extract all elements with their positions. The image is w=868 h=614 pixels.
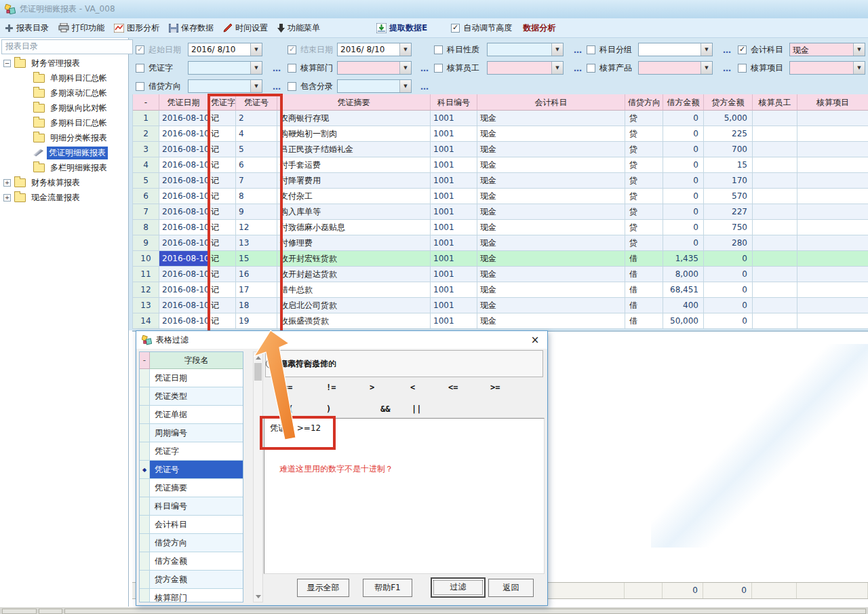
extract-data-button[interactable]: 提取数据E: [376, 22, 427, 34]
data-analysis-button[interactable]: 数据分析: [523, 22, 555, 34]
dropdown-arrow-icon[interactable]: ▼: [399, 80, 411, 92]
filter-mode-radio[interactable]: 脚本控制过滤: [266, 358, 328, 370]
more-button[interactable]: …: [723, 45, 732, 56]
column-header[interactable]: 会计科目: [477, 94, 625, 111]
more-button[interactable]: …: [574, 45, 583, 56]
field-list-item[interactable]: ◆ 凭证单据: [140, 406, 243, 424]
field-list-item[interactable]: ◆ 凭证日期: [140, 369, 243, 387]
tree-item-label[interactable]: 财务管理报表: [29, 57, 82, 70]
scrollbar-thumb[interactable]: [254, 363, 262, 381]
field-name[interactable]: 凭证号: [150, 461, 243, 478]
field-name[interactable]: 凭证字: [150, 442, 243, 460]
field-name[interactable]: 凭证摘要: [150, 479, 243, 497]
product-combo[interactable]: ▼: [638, 61, 713, 75]
column-header[interactable]: -: [133, 94, 159, 111]
voucher-word-combo[interactable]: ▼: [188, 61, 262, 75]
include-entries-checkbox[interactable]: ✓: [288, 82, 296, 91]
scroll-down-icon[interactable]: [254, 592, 262, 601]
direction-checkbox[interactable]: ✓: [136, 82, 144, 91]
dropdown-arrow-icon[interactable]: ▼: [250, 43, 262, 56]
operator-button[interactable]: (: [288, 404, 293, 414]
field-list-scrollbar[interactable]: [253, 351, 263, 602]
radio-icon[interactable]: [266, 359, 275, 368]
column-header[interactable]: 借贷方向: [625, 94, 663, 111]
department-checkbox[interactable]: ✓: [288, 64, 296, 73]
column-header[interactable]: 核算员工: [753, 94, 797, 111]
start-date-checkbox[interactable]: ✓: [136, 45, 144, 54]
field-name[interactable]: 借贷方向: [150, 534, 243, 552]
dropdown-arrow-icon[interactable]: ▼: [399, 62, 411, 74]
auto-height-toggle[interactable]: ✓ 自动调节高度: [451, 22, 512, 34]
report-directory-button[interactable]: 报表目录: [5, 22, 49, 34]
operator-button[interactable]: !=: [326, 383, 336, 392]
scroll-up-icon[interactable]: [254, 353, 262, 362]
dropdown-arrow-icon[interactable]: ▼: [701, 62, 712, 74]
tree-item[interactable]: 多期科目汇总帐: [0, 115, 128, 130]
staff-checkbox[interactable]: ✓: [434, 64, 443, 73]
field-name[interactable]: 借方金额: [150, 552, 243, 570]
field-list-item[interactable]: ◆ 周期编号: [140, 424, 243, 442]
field-name[interactable]: 核算部门: [150, 589, 243, 602]
column-header[interactable]: 借方金额: [663, 94, 704, 111]
subject-group-combo[interactable]: ▼: [638, 43, 713, 56]
more-button[interactable]: …: [574, 64, 583, 75]
field-list-item[interactable]: ◆ 贷方金额: [140, 571, 243, 589]
dialog-button[interactable]: 帮助F1: [363, 579, 412, 597]
column-header[interactable]: 核算项目: [797, 94, 868, 111]
tree-item[interactable]: 明细分类帐报表: [0, 130, 128, 145]
print-button[interactable]: 打印功能: [58, 22, 104, 34]
field-list-item[interactable]: ◆ 核算部门: [140, 589, 243, 602]
field-list-item[interactable]: ◆ 凭证摘要: [140, 479, 243, 497]
operator-button[interactable]: ||: [412, 404, 421, 414]
tree-item-label[interactable]: 多期纵向比对帐: [48, 102, 109, 115]
dropdown-arrow-icon[interactable]: ▼: [551, 43, 563, 56]
dropdown-arrow-icon[interactable]: ▼: [250, 80, 262, 92]
dialog-button[interactable]: 显示全部: [297, 579, 349, 597]
tree-item[interactable]: 凭证明细账报表: [0, 145, 128, 160]
radio-label[interactable]: 脚本控制过滤: [279, 358, 328, 370]
field-name[interactable]: 凭证单据: [150, 406, 243, 423]
dropdown-arrow-icon[interactable]: ▼: [853, 62, 865, 74]
project-checkbox[interactable]: ✓: [738, 64, 747, 73]
expand-toggle-icon[interactable]: +: [3, 194, 11, 202]
end-date-checkbox[interactable]: ✓: [288, 45, 296, 54]
column-header[interactable]: 科目编号: [431, 94, 477, 111]
include-entries-combo[interactable]: ▼: [337, 79, 412, 93]
field-list-item[interactable]: ◆ 凭证类型: [140, 387, 243, 406]
field-name[interactable]: 周期编号: [150, 424, 243, 442]
more-button[interactable]: …: [273, 64, 281, 75]
field-name[interactable]: 会计科目: [150, 516, 243, 533]
dialog-button[interactable]: 返回: [488, 579, 534, 597]
field-list-item[interactable]: ◆ 凭证号: [140, 461, 243, 479]
more-button[interactable]: …: [420, 64, 429, 75]
voucher-word-checkbox[interactable]: ✓: [136, 64, 144, 73]
dropdown-arrow-icon[interactable]: ▼: [853, 43, 865, 56]
dropdown-arrow-icon[interactable]: ▼: [250, 62, 262, 74]
field-list-item[interactable]: ◆ 借贷方向: [140, 534, 243, 552]
column-header[interactable]: 凭证摘要: [277, 94, 431, 111]
dialog-title-bar[interactable]: 表格过滤 ×: [136, 331, 547, 349]
dialog-button[interactable]: 过滤: [431, 577, 486, 598]
field-list-item[interactable]: ◆ 科目编号: [140, 497, 243, 516]
tree-item[interactable]: 多期纵向比对帐: [0, 100, 128, 115]
department-combo[interactable]: ▼: [337, 61, 412, 75]
tree-item[interactable]: + 财务核算报表: [0, 175, 128, 190]
account-combo[interactable]: 现金 ▼: [789, 43, 865, 56]
field-name[interactable]: 科目编号: [150, 497, 243, 515]
staff-combo[interactable]: ▼: [487, 61, 564, 75]
tree-item[interactable]: − 财务管理报表: [0, 56, 128, 71]
column-header[interactable]: 贷方金额: [704, 94, 753, 111]
operator-button[interactable]: &&: [380, 404, 390, 414]
time-settings-button[interactable]: 时间设置: [223, 22, 268, 34]
operator-button[interactable]: ): [326, 404, 331, 414]
field-name[interactable]: 凭证类型: [150, 387, 243, 405]
column-header[interactable]: 凭证日期: [159, 94, 208, 111]
more-button[interactable]: …: [723, 64, 732, 75]
tree-item[interactable]: + 现金流量报表: [0, 190, 128, 205]
field-list-item[interactable]: ◆ 借方金额: [140, 552, 243, 571]
tree-item[interactable]: 多期滚动汇总帐: [0, 85, 128, 100]
tree-item[interactable]: 多栏明细账报表: [0, 160, 128, 175]
dropdown-arrow-icon[interactable]: ▼: [701, 43, 712, 56]
field-list-item[interactable]: ◆ 会计科目: [140, 516, 243, 534]
tree-item-label[interactable]: 现金流量报表: [29, 191, 82, 204]
